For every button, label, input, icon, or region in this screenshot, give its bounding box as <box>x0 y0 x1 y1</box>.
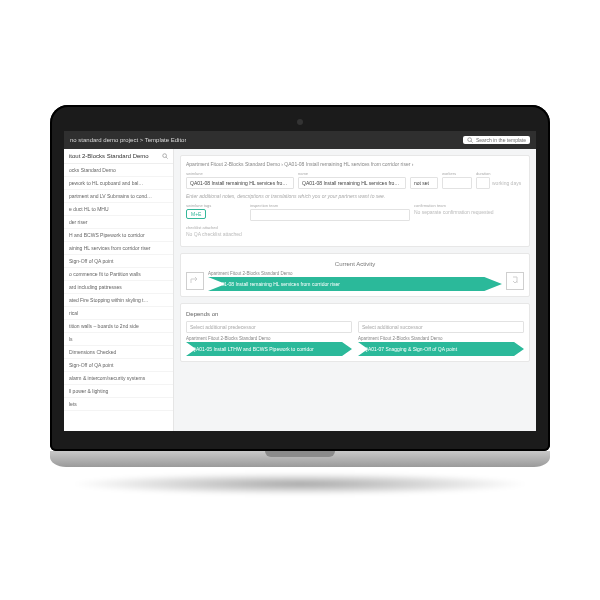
successor-select[interactable]: Select additional successor <box>358 321 524 333</box>
sidebar-item[interactable]: o commence fit to Partition walls <box>64 268 173 281</box>
current-activity-title: Current Activity <box>186 261 524 267</box>
sidebar-title: itout 2-Blocks Standard Demo <box>64 149 173 164</box>
laptop-shadow <box>70 473 530 495</box>
camera-dot <box>297 119 303 125</box>
sidebar-item[interactable]: ocks Standard Demo <box>64 164 173 177</box>
svg-point-0 <box>468 138 472 142</box>
sidebar: itout 2-Blocks Standard Demo ocks Standa… <box>64 149 174 431</box>
checklist-value: No QA checklist attached <box>186 231 524 237</box>
svg-line-1 <box>471 141 473 143</box>
sidebar-item[interactable]: ard including pattresses <box>64 281 173 294</box>
activity-form-card: Apartment Fitout 2-Blocks Standard Demo … <box>180 155 530 247</box>
sidebar-item[interactable]: lets <box>64 398 173 411</box>
confirmation-value: No separate confirmation requested <box>414 209 524 215</box>
breadcrumb: no standard demo project > Template Edit… <box>70 137 186 143</box>
description-input[interactable]: Enter additional notes, descriptions or … <box>186 193 524 199</box>
laptop-mockup: no standard demo project > Template Edit… <box>50 105 550 495</box>
duration-label: Duration <box>476 171 524 176</box>
top-bar: no standard demo project > Template Edit… <box>64 131 536 149</box>
app-viewport: no standard demo project > Template Edit… <box>64 131 536 431</box>
name-label: name <box>298 171 406 176</box>
sidebar-item[interactable]: ls <box>64 333 173 346</box>
sidebar-item[interactable]: rical <box>64 307 173 320</box>
current-activity-block[interactable]: Apartment Fitout 2-Blocks Standard Demo … <box>208 271 502 291</box>
inspection-input[interactable] <box>250 209 410 221</box>
search-placeholder: Search in the template <box>476 137 526 143</box>
sidebar-item[interactable]: partment and LV Submains to cond… <box>64 190 173 203</box>
sidebar-item[interactable]: H and BCWS Pipework to corridor <box>64 229 173 242</box>
duration-input[interactable] <box>476 177 490 189</box>
sidebar-item[interactable]: e duct HL to MHU <box>64 203 173 216</box>
workers-label: Workers <box>442 171 472 176</box>
checklist-label: checklist attached <box>186 225 524 230</box>
flow-in-icon <box>186 272 204 290</box>
tags-label: swimlane tags <box>186 203 246 208</box>
flow-out-icon <box>506 272 524 290</box>
predecessor-block[interactable]: Apartment Fitout 2-Blocks Standard Demo … <box>186 336 352 356</box>
sidebar-item[interactable]: pework to HL cupboard and bal… <box>64 177 173 190</box>
sidebar-item[interactable]: aining HL services from corridor riser <box>64 242 173 255</box>
successor-block[interactable]: Apartment Fitout 2-Blocks Standard Demo … <box>358 336 524 356</box>
inspection-label: Inspection Team <box>250 203 410 208</box>
current-activity-card: Current Activity Apartment Fitout 2-Bloc… <box>180 253 530 297</box>
status-select[interactable]: not set <box>410 177 438 189</box>
workers-input[interactable] <box>442 177 472 189</box>
search-icon[interactable] <box>162 153 168 159</box>
sidebar-item[interactable]: alarm & intercom/security systems <box>64 372 173 385</box>
tag-pill[interactable]: M+E <box>186 209 206 219</box>
confirmation-label: confirmation team <box>414 203 524 208</box>
swimlane-label: swimlane <box>186 171 294 176</box>
activity-breadcrumb: Apartment Fitout 2-Blocks Standard Demo … <box>186 161 524 167</box>
swimlane-input[interactable]: QA01-08 Install remaining HL services fr… <box>186 177 294 189</box>
predecessor-select[interactable]: Select additional predecessor <box>186 321 352 333</box>
depends-on-title: Depends on <box>186 311 524 317</box>
search-icon <box>467 137 473 143</box>
depends-on-card: Depends on Select additional predecessor… <box>180 303 530 362</box>
sidebar-item[interactable]: der riser <box>64 216 173 229</box>
duration-unit: working days <box>492 180 521 186</box>
sidebar-item[interactable]: Sign-Off of QA point <box>64 359 173 372</box>
main-panel: Apartment Fitout 2-Blocks Standard Demo … <box>174 149 536 431</box>
svg-point-2 <box>163 154 167 158</box>
sidebar-item[interactable]: Sign-Off of QA point <box>64 255 173 268</box>
laptop-base <box>50 451 550 467</box>
sidebar-list: ocks Standard Demopework to HL cupboard … <box>64 164 173 411</box>
sidebar-item[interactable]: Dimensions Checked <box>64 346 173 359</box>
sidebar-item[interactable]: tition walls – boards to 2nd side <box>64 320 173 333</box>
name-input[interactable]: QA01-08 Install remaining HL services fr… <box>298 177 406 189</box>
sidebar-item[interactable]: ated Fire Stopping within skyling t… <box>64 294 173 307</box>
sidebar-item[interactable]: ll power & lighting <box>64 385 173 398</box>
search-input[interactable]: Search in the template <box>463 136 530 144</box>
svg-line-3 <box>166 157 168 159</box>
